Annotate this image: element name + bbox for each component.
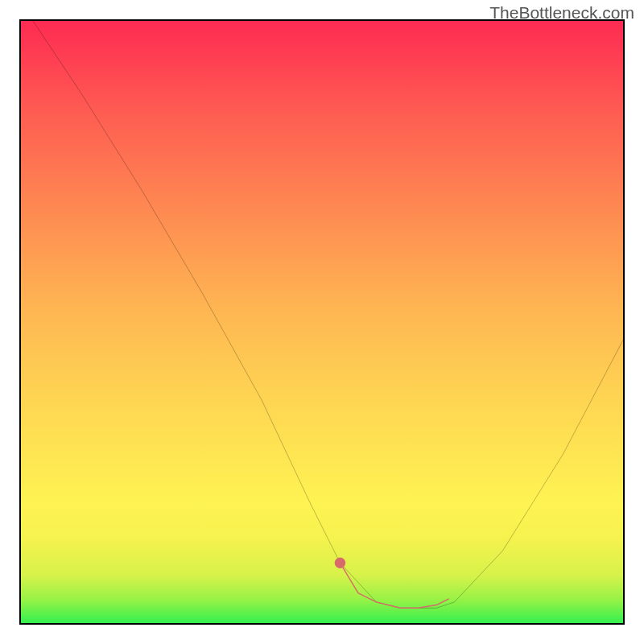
curve-main bbox=[33, 21, 623, 608]
watermark-text: TheBottleneck.com bbox=[489, 3, 634, 23]
curve-highlight bbox=[340, 563, 448, 608]
chart-container: TheBottleneck.com bbox=[0, 0, 644, 644]
plot-area bbox=[19, 19, 625, 625]
highlight-dot bbox=[335, 557, 345, 568]
chart-svg bbox=[21, 21, 623, 623]
